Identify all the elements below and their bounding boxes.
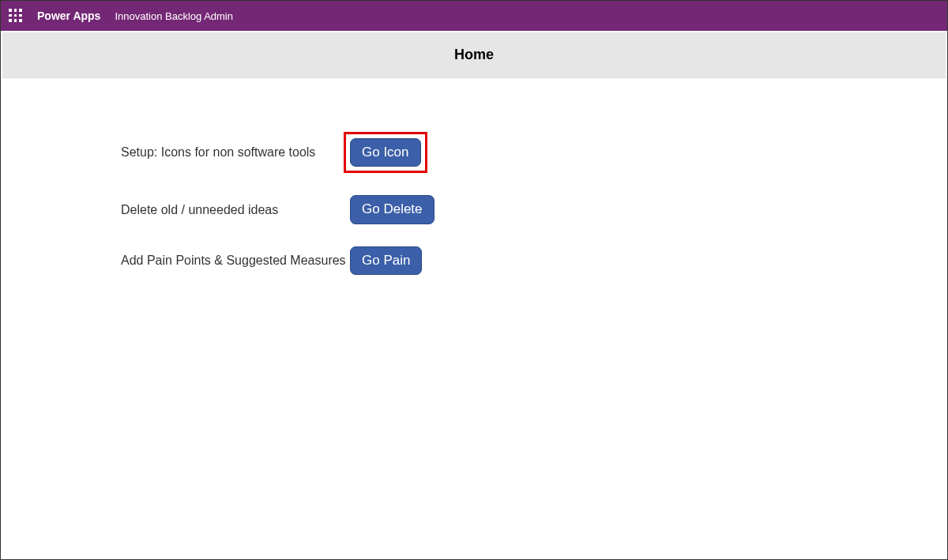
row-setup-icons: Setup: Icons for non software tools Go I…	[121, 132, 946, 173]
row-label-delete-ideas: Delete old / unneeded ideas	[121, 203, 350, 217]
app-top-bar: Power Apps Innovation Backlog Admin	[1, 1, 947, 31]
go-icon-button[interactable]: Go Icon	[350, 138, 421, 167]
go-delete-button[interactable]: Go Delete	[350, 195, 434, 224]
content-area: Setup: Icons for non software tools Go I…	[2, 78, 946, 275]
page-title: Home	[454, 47, 494, 63]
go-pain-button[interactable]: Go Pain	[350, 246, 422, 275]
waffle-icon[interactable]	[9, 9, 23, 23]
brand-label: Power Apps	[37, 9, 100, 22]
row-label-setup-icons: Setup: Icons for non software tools	[121, 145, 350, 160]
row-delete-ideas: Delete old / unneeded ideas Go Delete	[121, 195, 946, 224]
canvas-area: Home Setup: Icons for non software tools…	[2, 32, 946, 558]
page-header: Home	[2, 32, 946, 78]
row-label-pain-points: Add Pain Points & Suggested Measures	[121, 254, 350, 268]
app-name-label: Innovation Backlog Admin	[115, 10, 233, 22]
row-pain-points: Add Pain Points & Suggested Measures Go …	[121, 246, 946, 275]
highlight-box: Go Icon	[344, 132, 427, 173]
